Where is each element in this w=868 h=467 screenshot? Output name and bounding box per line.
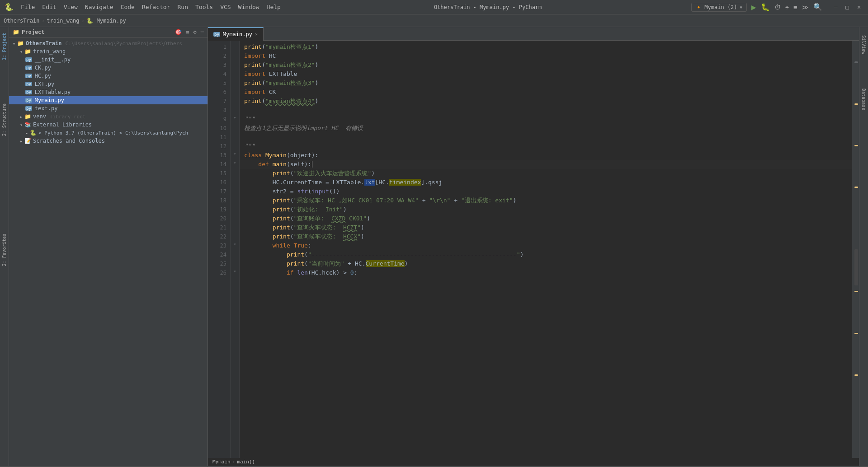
fold-arrow-23[interactable]: ▾ xyxy=(233,242,236,247)
breadcrumb-sep2: › xyxy=(81,17,85,24)
run-button[interactable]: ▶ xyxy=(751,2,756,12)
python37-label: < Python 3.7 (OthersTrain) > C:\Users\sa… xyxy=(38,130,188,136)
menu-refactor[interactable]: Refactor xyxy=(138,2,174,12)
scratches-arrow: ▸ xyxy=(20,139,23,144)
bc-mymain[interactable]: Mymain xyxy=(212,459,231,465)
line-numbers: 1 2 3 4 5 6 7 8 9 10 11 12 13 14 15 16 1… xyxy=(208,41,231,458)
root-path: C:\Users\sanlang\PycharmProjects\Others xyxy=(66,41,182,47)
toolbar-btn1[interactable]: ≡ xyxy=(793,4,797,11)
tree-hc-py[interactable]: py HC.py xyxy=(9,72,208,80)
tree-text-py[interactable]: py text.py xyxy=(9,104,208,112)
init-py-icon: py xyxy=(25,57,32,62)
silview-toggle[interactable]: SilView xyxy=(860,32,867,58)
menu-view[interactable]: View xyxy=(60,2,81,12)
root-folder-icon: 📁 xyxy=(17,40,24,47)
menu-navigate[interactable]: Navigate xyxy=(81,2,117,12)
editor-area: py Mymain.py ✕ 1 2 3 4 5 6 7 8 9 10 11 1… xyxy=(208,27,859,466)
locate-file-icon[interactable]: 🎯 xyxy=(175,29,182,35)
menu-bar: File Edit View Navigate Code Refactor Ru… xyxy=(17,2,284,12)
tab-close-btn[interactable]: ✕ xyxy=(255,32,258,37)
fold-arrow-14[interactable]: ▾ xyxy=(233,160,236,165)
menu-vcs[interactable]: VCS xyxy=(217,2,234,12)
menu-edit[interactable]: Edit xyxy=(38,2,60,12)
structure-panel-toggle[interactable]: 2: Structure xyxy=(1,100,8,140)
root-arrow: ▾ xyxy=(13,41,15,46)
code-line-17: str2 = str(input()) xyxy=(240,187,852,196)
code-line-11 xyxy=(240,133,852,142)
titlebar: 🐍 File Edit View Navigate Code Refactor … xyxy=(0,0,868,14)
bc-main-func[interactable]: main() xyxy=(237,459,255,465)
menu-run[interactable]: Run xyxy=(174,2,192,12)
bc-sep: › xyxy=(232,459,236,465)
collapse-all-icon[interactable]: ≡ xyxy=(186,29,189,35)
database-toggle[interactable]: Database xyxy=(860,85,867,114)
code-line-1: print("mymain检查点1") xyxy=(240,42,852,51)
code-content[interactable]: print("mymain检查点1") import HC print("mym… xyxy=(240,41,852,458)
code-line-12: """ xyxy=(240,142,852,151)
project-tree: ▾ 📁 OthersTrain C:\Users\sanlang\Pycharm… xyxy=(9,37,208,466)
menu-file[interactable]: File xyxy=(17,2,38,12)
project-panel-header: 📁 Project 🎯 ≡ ⚙ ─ xyxy=(9,27,208,37)
menu-tools[interactable]: Tools xyxy=(192,2,217,12)
breadcrumb-navigation: OthersTrain › train_wang › 🐍 Mymain.py xyxy=(0,14,868,27)
mymain-py-label: Mymain.py xyxy=(35,97,64,103)
venv-label: venv xyxy=(33,113,46,120)
breadcrumb-trainwang[interactable]: train_wang xyxy=(47,18,79,24)
fold-arrow-26[interactable]: ▾ xyxy=(233,269,236,274)
tree-scratches[interactable]: ▸ 📝 Scratches and Consoles xyxy=(9,137,208,145)
fold-arrow-9[interactable]: ▾ xyxy=(233,115,236,120)
editor-scrollbar[interactable] xyxy=(852,41,859,458)
tree-root[interactable]: ▾ 📁 OthersTrain C:\Users\sanlang\Pycharm… xyxy=(9,39,208,47)
config-dropdown-icon: ▾ xyxy=(740,4,743,10)
project-minimize-icon[interactable]: ─ xyxy=(201,29,204,35)
toolbar-btn2[interactable]: ≫ xyxy=(802,4,809,11)
project-panel-toggle[interactable]: 1: Project xyxy=(1,29,8,64)
menu-code[interactable]: Code xyxy=(117,2,138,12)
python37-arrow: ▸ xyxy=(25,131,28,135)
tree-external-libs[interactable]: ▾ 📚 External Libraries xyxy=(9,121,208,129)
fold-arrow-13[interactable]: ▾ xyxy=(233,151,236,156)
favorites-toggle[interactable]: 2: Favorites xyxy=(1,230,8,270)
app-icon: 🐍 xyxy=(5,3,14,11)
scratches-label: Scratches and Consoles xyxy=(33,138,105,144)
code-line-13: class Mymain(object): xyxy=(240,151,852,160)
left-icon-bar: 1: Project 2: Structure 2: Favorites xyxy=(0,27,9,466)
tree-mymain-py[interactable]: py Mymain.py xyxy=(9,96,208,104)
tree-python37[interactable]: ▸ 🐍 < Python 3.7 (OthersTrain) > C:\User… xyxy=(9,129,208,137)
ck-py-label: CK.py xyxy=(35,65,51,71)
tree-lxttable-py[interactable]: py LXTTable.py xyxy=(9,88,208,96)
profile-button[interactable]: ⏱ xyxy=(774,4,781,11)
code-line-7: print("mymian检查点4") xyxy=(240,97,852,106)
tree-lxt-py[interactable]: py LXT.py xyxy=(9,80,208,88)
run-config-selector[interactable]: 🔸 Mymain (2) ▾ xyxy=(691,3,746,12)
breadcrumb-othersTrain[interactable]: OthersTrain xyxy=(4,18,39,24)
code-line-6: import CK xyxy=(240,88,852,97)
mymain-py-icon: py xyxy=(25,98,32,103)
tab-mymain[interactable]: py Mymain.py ✕ xyxy=(208,27,264,41)
code-line-16: HC.CurrentTime = LXTTable.lxt[HC.timeind… xyxy=(240,178,852,187)
tree-init-py[interactable]: py __init__.py xyxy=(9,56,208,64)
menu-help[interactable]: Help xyxy=(263,2,284,12)
code-line-15: print("欢迎进入火车运营管理系统") xyxy=(240,169,852,178)
init-py-label: __init__.py xyxy=(35,56,71,63)
code-line-18: print("乘客候车: HC ,如HC CK01 07:20 WA W4" +… xyxy=(240,196,852,205)
breadcrumb-mymain[interactable]: 🐍 Mymain.py xyxy=(86,18,126,24)
project-settings-icon[interactable]: ⚙ xyxy=(193,29,197,35)
ext-libs-icon: 📚 xyxy=(24,121,31,128)
close-button[interactable]: ✕ xyxy=(854,4,863,10)
tree-train-wang[interactable]: ▾ 📁 train_wang xyxy=(9,47,208,56)
code-line-2: import HC xyxy=(240,51,852,61)
lxt-py-icon: py xyxy=(25,82,32,86)
menu-window[interactable]: Window xyxy=(235,2,263,12)
coverage-button[interactable]: ☂ xyxy=(785,4,789,11)
train-wang-label: train_wang xyxy=(33,48,66,55)
tab-mymain-label: Mymain.py xyxy=(223,31,252,37)
minimize-button[interactable]: ─ xyxy=(831,4,840,10)
code-editor[interactable]: 1 2 3 4 5 6 7 8 9 10 11 12 13 14 15 16 1… xyxy=(208,41,859,458)
debug-button[interactable]: 🐛 xyxy=(761,3,770,11)
maximize-button[interactable]: □ xyxy=(843,4,852,10)
tree-venv[interactable]: ▸ 📁 venv library root xyxy=(9,112,208,121)
code-line-19: print("初始化: Init") xyxy=(240,205,852,214)
search-everywhere-button[interactable]: 🔍 xyxy=(813,3,822,11)
tree-ck-py[interactable]: py CK.py xyxy=(9,64,208,72)
